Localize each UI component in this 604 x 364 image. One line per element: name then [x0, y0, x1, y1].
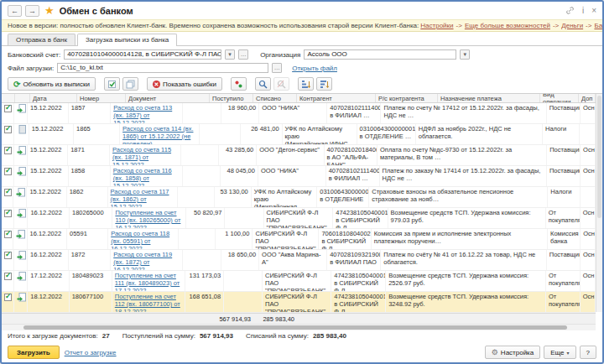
column-header-dop[interactable]: Доп — [579, 94, 596, 102]
set-marks-button[interactable] — [231, 77, 247, 91]
bank-account-field[interactable]: 40702810104000014128, в СИБИРСКИЙ Ф-Л ПА… — [64, 49, 221, 60]
row-checkbox[interactable] — [4, 189, 12, 196]
contragent-cell: ООО "Дегон-сервис" — [257, 145, 324, 165]
column-header-date[interactable]: Дата — [30, 94, 77, 102]
dop-cell — [581, 187, 596, 207]
column-header-account[interactable]: Р/с контрагента — [376, 94, 438, 102]
operation-type-cell: Поставщику — [547, 103, 581, 123]
vertical-scrollbar[interactable] — [596, 94, 602, 312]
document-link[interactable]: Расход со счета 119 (вх. 1872) от 16.12.… — [113, 251, 172, 270]
written-off-cell — [224, 292, 263, 312]
table-row[interactable]: 15.12.2022 1857 Расход со счета 113 (вх.… — [2, 103, 596, 124]
document-link[interactable]: Расход со счета 115 (вх. 1871) от 15.12.… — [112, 146, 171, 165]
number-cell: 1862 — [67, 187, 108, 207]
received-cell — [183, 250, 221, 270]
open-file-link[interactable]: Открыть файл — [292, 65, 337, 72]
table-row[interactable]: 17.12.2022 180489023 Поступление на счет… — [2, 271, 596, 292]
column-header-contragent[interactable]: Контрагент — [297, 94, 376, 102]
number-cell: 05591 — [67, 229, 108, 249]
row-checkbox[interactable] — [4, 252, 12, 259]
find-button[interactable] — [255, 77, 271, 91]
table-row[interactable]: 15.12.2022 1858 Расход со счета 116 (вх.… — [2, 166, 596, 187]
settings-button[interactable]: ⚙ Настройка — [485, 346, 540, 359]
operation-type-cell: От покупателя — [546, 292, 581, 312]
column-header-number[interactable]: Номер — [77, 94, 126, 102]
bank-account-choose-icon[interactable]: … — [238, 49, 248, 60]
close-window-icon[interactable]: × — [591, 6, 596, 15]
help-button[interactable]: ? — [580, 346, 596, 359]
load-report-link[interactable]: Отчет о загрузке — [65, 349, 117, 356]
purpose-cell: НДФЛ за ноябрь 2022г., НДС не облагается… — [416, 124, 543, 144]
uncheck-all-button[interactable] — [122, 77, 138, 91]
received-cell — [179, 229, 216, 249]
dop-cell: Осн — [581, 250, 596, 270]
column-header-received[interactable]: Поступило — [210, 94, 253, 102]
forward-button[interactable]: → — [25, 5, 39, 17]
operation-type-cell: Поставщику — [547, 250, 581, 270]
document-link[interactable]: Расход со счета 113 (вх. 1857) от 15.12.… — [113, 104, 172, 123]
load-button[interactable]: Загрузить — [8, 346, 60, 359]
row-checkbox[interactable] — [4, 147, 12, 154]
column-header-operation[interactable]: Вид операции — [540, 94, 579, 102]
cancel-search-icon — [277, 80, 286, 89]
horizontal-scrollbar-thumb[interactable] — [23, 325, 567, 330]
table-row[interactable]: 16.12.2022 05591 Расход со счета 118 (вх… — [2, 229, 596, 250]
table-row[interactable]: 16.12.2022 1872 Расход со счета 119 (вх.… — [2, 250, 596, 271]
row-checkbox[interactable] — [4, 210, 12, 217]
show-errors-button[interactable]: ✕ Показать ошибки — [147, 77, 222, 91]
document-link[interactable]: Поступление на счет 112 (вх. 180677100) … — [115, 293, 180, 312]
number-cell: 1858 — [69, 166, 111, 186]
notification-link-more-features[interactable]: Еще больше возможностей — [465, 22, 550, 29]
sort-ascending-button[interactable] — [298, 77, 314, 91]
document-link[interactable]: Расход со счета 117 (вх. 1862) от 15.12.… — [111, 188, 169, 207]
organization-dropdown-icon[interactable]: ▾ — [460, 49, 470, 60]
load-file-browse-icon[interactable]: … — [272, 63, 282, 73]
document-link[interactable]: Поступление на счет 110 (вх. 180265000) … — [115, 209, 180, 228]
table-row[interactable]: 15.12.2022 1865 Расход со счета 114 (вх.… — [2, 124, 596, 145]
row-checkbox[interactable] — [4, 294, 12, 301]
cancel-search-button[interactable] — [273, 77, 289, 91]
notification-link-money[interactable]: Деньги — [561, 22, 583, 29]
tab-send-to-bank[interactable]: Отправка в банк — [8, 34, 76, 45]
back-button[interactable]: ← — [8, 5, 22, 17]
load-file-field[interactable]: C:\1c_to_kl.txt — [57, 63, 268, 73]
organization-field[interactable]: Ассоль ООО — [304, 49, 456, 60]
check-all-button[interactable] — [104, 77, 120, 91]
table-row[interactable]: 18.12.2022 180677100 Поступление на счет… — [2, 292, 596, 313]
horizontal-scrollbar[interactable] — [2, 324, 596, 330]
purpose-cell: Комиссия за прием и исполнение электронн… — [372, 229, 548, 249]
row-checkbox[interactable] — [4, 231, 12, 238]
favorite-star-icon[interactable]: ★ — [44, 4, 55, 17]
refresh-from-statement-button[interactable]: ⟳ Обновить из выписки — [8, 77, 96, 91]
document-link[interactable]: Расход со счета 118 (вх. 05591) от 16.12… — [111, 230, 169, 249]
tab-load-statement[interactable]: Загрузка выписки из банка — [77, 34, 177, 46]
row-checkbox[interactable] — [4, 273, 12, 280]
bank-account-dropdown-icon[interactable]: ▾ — [225, 49, 235, 60]
date-cell: 17.12.2022 — [28, 271, 69, 291]
sort-descending-button[interactable] — [316, 77, 332, 91]
vertical-scrollbar-thumb[interactable] — [597, 96, 601, 218]
received-sum-label: Поступлений на сумму: — [122, 332, 195, 340]
row-checkbox[interactable] — [4, 126, 12, 133]
document-state-icon — [17, 125, 26, 134]
link-icon[interactable] — [565, 6, 575, 15]
column-header-purpose[interactable]: Назначение платежа — [438, 94, 540, 102]
document-link[interactable]: Поступление на счет 111 (вх. 180489023) … — [115, 272, 180, 291]
operation-type-cell: Налоги — [543, 124, 580, 144]
received-cell — [181, 145, 219, 165]
document-link[interactable]: Расход со счета 116 (вх. 1858) от 15.12.… — [113, 167, 172, 186]
row-checkbox[interactable] — [4, 168, 12, 175]
table-row[interactable]: 16.12.2022 180265000 Поступление на счет… — [2, 208, 596, 229]
column-header-written-off[interactable]: Списано — [253, 94, 297, 102]
more-button[interactable]: Еще ▾ — [544, 346, 575, 359]
column-header-document[interactable]: Документ — [126, 94, 210, 102]
operation-type-cell: Поставщику — [547, 166, 581, 186]
info-icon[interactable]: i — [582, 6, 584, 15]
table-row[interactable]: 15.12.2022 1871 Расход со счета 115 (вх.… — [2, 145, 596, 166]
document-link[interactable]: Расход со счета 114 (вх. 1865) от 15.12.… — [122, 125, 193, 144]
notification-link-settings[interactable]: Настройки — [420, 22, 453, 29]
row-checkbox[interactable] — [4, 105, 12, 112]
table-row[interactable]: 15.12.2022 1862 Расход со счета 117 (вх.… — [2, 187, 596, 208]
error-icon: ✕ — [153, 81, 160, 88]
notification-link-bank[interactable]: Банк — [594, 22, 602, 29]
